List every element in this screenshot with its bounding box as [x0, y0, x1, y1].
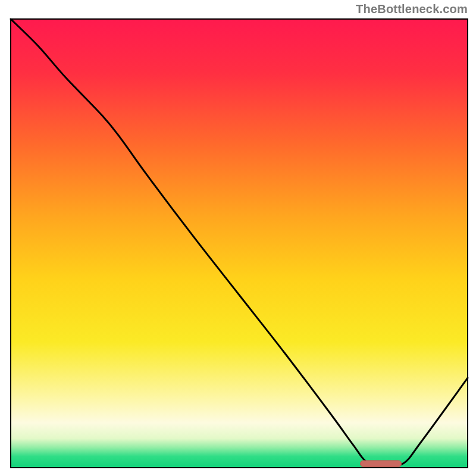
- chart-stage: TheBottleneck.com: [0, 0, 476, 476]
- attribution-text: TheBottleneck.com: [356, 2, 468, 16]
- bottleneck-chart: [0, 0, 476, 476]
- plot-background: [11, 19, 468, 468]
- optimal-range-marker: [361, 461, 402, 467]
